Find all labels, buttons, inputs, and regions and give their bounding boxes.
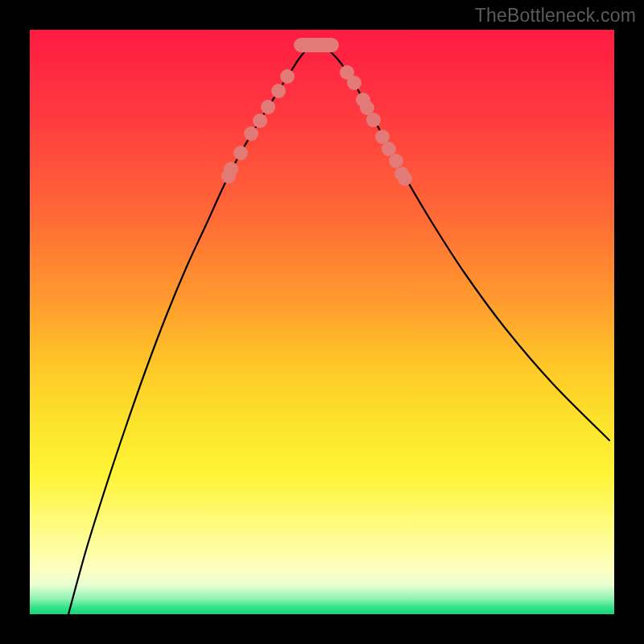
data-marker [398, 171, 412, 186]
data-marker [389, 154, 403, 168]
flat-minimum-segment [294, 38, 339, 52]
watermark-text: TheBottleneck.com [475, 5, 636, 27]
data-marker [382, 142, 396, 156]
data-marker [271, 84, 286, 98]
plot-area [30, 30, 614, 614]
data-marker [366, 113, 381, 127]
data-marker [347, 76, 361, 90]
v-curve [68, 44, 609, 614]
data-marker [261, 100, 275, 114]
chart-svg [30, 30, 614, 614]
marker-group [221, 65, 412, 186]
data-marker [253, 114, 267, 128]
data-marker [224, 162, 238, 176]
data-marker [280, 69, 295, 84]
chart-frame: TheBottleneck.com [0, 0, 644, 644]
data-marker [244, 126, 258, 141]
data-marker [233, 146, 248, 160]
